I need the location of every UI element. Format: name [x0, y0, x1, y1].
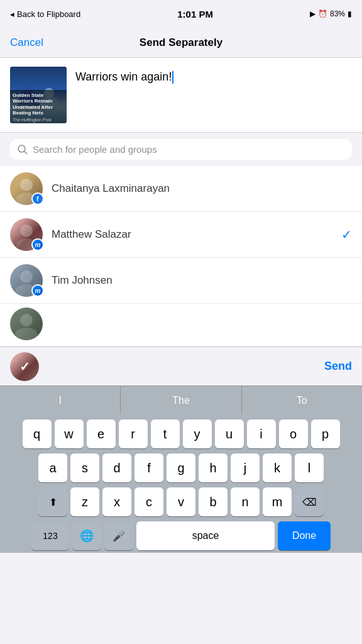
article-source: The Huffington Post	[13, 118, 64, 122]
avatar-wrap: f	[10, 172, 43, 205]
key-p[interactable]: p	[311, 419, 340, 448]
key-s[interactable]: s	[70, 453, 99, 482]
key-j[interactable]: j	[231, 453, 260, 482]
key-space[interactable]: space	[136, 521, 275, 550]
key-d[interactable]: d	[102, 453, 131, 482]
nav-bar: Cancel Send Separately	[0, 28, 362, 58]
status-back[interactable]: ◂ Back to Flipboard	[10, 9, 80, 19]
key-f[interactable]: f	[134, 453, 163, 482]
article-message[interactable]: Warriors win again!	[75, 67, 352, 85]
avatar	[10, 308, 43, 340]
cancel-button[interactable]: Cancel	[10, 36, 43, 49]
fb-badge: f	[31, 192, 44, 205]
avatar-wrap: m	[10, 218, 43, 251]
checkmark-icon: ✓	[341, 227, 352, 242]
contact-item[interactable]: m Tim Johnsen	[0, 258, 362, 304]
avatar-wrap	[10, 308, 43, 340]
key-i[interactable]: i	[247, 419, 276, 448]
keyboard: q w e r t y u i o p a s d f g h j k l ⬆ …	[0, 414, 362, 553]
svg-point-10	[20, 270, 33, 283]
key-u[interactable]: u	[215, 419, 244, 448]
svg-line-5	[25, 151, 27, 153]
key-z[interactable]: z	[70, 487, 99, 516]
key-done[interactable]: Done	[278, 521, 331, 550]
svg-point-12	[20, 314, 33, 326]
back-chevron: ◂	[10, 9, 14, 19]
key-a[interactable]: a	[38, 453, 67, 482]
selected-contact-avatar: ✓	[10, 352, 39, 381]
key-c[interactable]: c	[134, 487, 163, 516]
avatar-wrap: m	[10, 264, 43, 297]
search-icon	[18, 145, 28, 155]
key-w[interactable]: w	[55, 419, 84, 448]
key-k[interactable]: k	[263, 453, 292, 482]
key-123[interactable]: 123	[31, 521, 69, 550]
key-b[interactable]: b	[199, 487, 228, 516]
key-shift[interactable]: ⬆	[38, 487, 67, 516]
search-bar: Search for people and groups	[0, 133, 362, 166]
contact-item[interactable]: m Matthew Salazar ✓	[0, 212, 362, 258]
contact-item-partial[interactable]	[0, 304, 362, 347]
send-bar: ✓ Send	[0, 347, 362, 386]
status-time: 1:01 PM	[177, 9, 213, 19]
keyboard-row-3: ⬆ z x c v b n m ⌫	[3, 487, 359, 516]
selected-checkmark-icon: ✓	[19, 359, 30, 374]
predictive-item-2[interactable]: To	[242, 386, 362, 414]
svg-point-6	[20, 179, 33, 191]
messenger-badge: m	[31, 284, 44, 297]
key-o[interactable]: o	[279, 419, 308, 448]
contact-name: Matthew Salazar	[52, 228, 332, 241]
key-y[interactable]: y	[183, 419, 212, 448]
status-icons: ▶ ⏰ 83% ▮	[310, 9, 352, 18]
battery-icon: ▮	[348, 9, 352, 18]
key-g[interactable]: g	[167, 453, 195, 482]
key-v[interactable]: v	[167, 487, 195, 516]
keyboard-row-2: a s d f g h j k l	[3, 453, 359, 482]
status-bar: ◂ Back to Flipboard 1:01 PM ▶ ⏰ 83% ▮	[0, 0, 362, 28]
page-title: Send Separately	[140, 36, 222, 49]
keyboard-row-1: q w e r t y u i o p	[3, 419, 359, 448]
contact-list: f Chaitanya Laxminarayan m Matthew Salaz…	[0, 166, 362, 347]
key-x[interactable]: x	[102, 487, 131, 516]
key-backspace[interactable]: ⌫	[295, 487, 324, 516]
contact-name: Chaitanya Laxminarayan	[52, 182, 352, 195]
article-thumbnail: Golden State Warriors Remain Undefeated …	[10, 67, 67, 123]
svg-point-13	[15, 328, 38, 340]
contact-item[interactable]: f Chaitanya Laxminarayan	[0, 166, 362, 212]
battery-label: 83%	[330, 9, 345, 18]
key-t[interactable]: t	[151, 419, 180, 448]
article-preview: Golden State Warriors Remain Undefeated …	[0, 58, 362, 133]
key-m[interactable]: m	[263, 487, 292, 516]
location-icon: ▶	[310, 9, 315, 18]
predictive-item-1[interactable]: The	[121, 386, 241, 414]
key-globe[interactable]: 🌐	[72, 521, 101, 550]
key-mic[interactable]: 🎤	[104, 521, 133, 550]
key-r[interactable]: r	[119, 419, 148, 448]
key-h[interactable]: h	[199, 453, 228, 482]
send-button[interactable]: Send	[324, 360, 352, 373]
svg-point-8	[20, 225, 33, 237]
alarm-icon: ⏰	[318, 9, 327, 18]
article-headline: Golden State Warriors Remain Undefeated …	[13, 92, 64, 116]
key-n[interactable]: n	[231, 487, 260, 516]
predictive-bar: I The To	[0, 386, 362, 414]
predictive-item-0[interactable]: I	[0, 386, 121, 414]
key-l[interactable]: l	[295, 453, 324, 482]
search-placeholder: Search for people and groups	[33, 144, 157, 155]
messenger-badge: m	[31, 238, 44, 251]
keyboard-row-4: 123 🌐 🎤 space Done	[3, 521, 359, 550]
key-q[interactable]: q	[23, 419, 52, 448]
key-e[interactable]: e	[87, 419, 116, 448]
contact-name: Tim Johnsen	[52, 274, 352, 287]
search-input-wrap[interactable]: Search for people and groups	[10, 139, 352, 160]
